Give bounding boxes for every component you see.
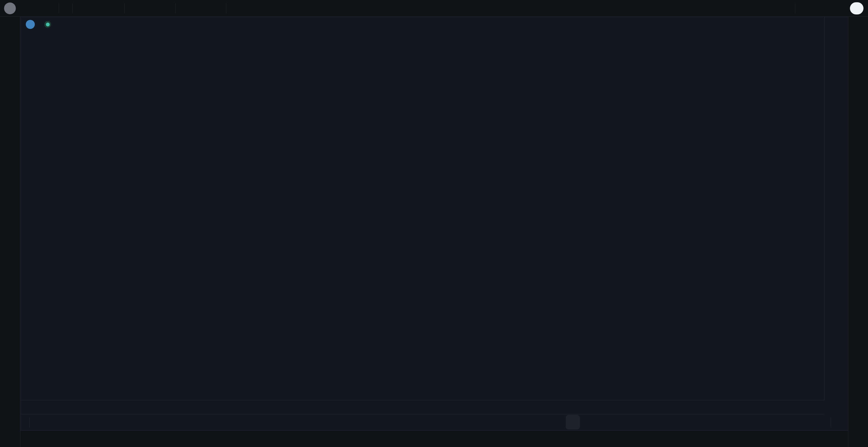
line-style-icon[interactable] [100, 2, 113, 15]
divider [795, 3, 795, 13]
price-axis[interactable] [825, 17, 848, 400]
layout-select[interactable] [777, 2, 793, 15]
user-avatar[interactable] [4, 2, 16, 14]
alert-clock-icon [182, 2, 194, 15]
bar-style-icon[interactable] [88, 2, 100, 15]
symbol-legend[interactable] [26, 20, 51, 29]
indicators-icon [131, 2, 144, 15]
go-to-date-icon[interactable] [32, 416, 44, 429]
undo-icon[interactable] [228, 2, 241, 15]
symbol-logo [26, 20, 35, 29]
divider [72, 3, 73, 13]
time-axis[interactable] [20, 400, 825, 414]
fullscreen-icon[interactable] [823, 2, 835, 15]
top-toolbar [0, 0, 868, 17]
alert-button[interactable] [178, 2, 201, 15]
publish-button[interactable] [850, 2, 864, 14]
snapshot-camera-icon[interactable] [835, 2, 848, 15]
maximize-panel-icon[interactable] [829, 433, 841, 445]
axis-settings-gear-icon[interactable] [832, 403, 841, 412]
candles-style-icon[interactable] [75, 2, 88, 15]
replay-icon [205, 2, 217, 15]
timeframe-chevron-icon[interactable] [61, 2, 70, 15]
layout-icon[interactable] [764, 2, 777, 15]
right-sidebar [848, 17, 868, 447]
replay-button[interactable] [201, 2, 224, 15]
market-status-icon[interactable] [44, 21, 51, 28]
clock-area [815, 414, 839, 430]
templates-grid-icon[interactable] [160, 2, 173, 15]
bottom-status-bar [20, 430, 848, 447]
indicators-button[interactable] [127, 2, 160, 15]
divider [59, 3, 59, 13]
indicators-chevron-icon [148, 2, 156, 15]
chart-area[interactable] [20, 17, 825, 400]
quick-search-icon[interactable] [798, 2, 810, 15]
settings-icon[interactable] [810, 2, 823, 15]
divider [29, 417, 30, 427]
compare-add-icon[interactable] [44, 2, 57, 15]
expand-panel-chevron-icon[interactable] [810, 433, 823, 445]
price-chart-canvas[interactable] [20, 17, 825, 400]
drag-handle-icon[interactable] [569, 416, 577, 428]
symbol-search-button[interactable] [21, 2, 44, 15]
style-chevron-icon[interactable] [113, 2, 122, 15]
divider [124, 3, 125, 13]
divider [226, 3, 226, 13]
divider [175, 3, 176, 13]
search-icon [25, 2, 37, 15]
layout-chevron-icon [780, 2, 789, 15]
floating-drawing-toolbar [566, 415, 580, 429]
drawing-toolbar [0, 17, 20, 447]
date-range-row [20, 414, 825, 430]
tradingview-app: { "toolbar": { "symbol": "NQ1!", "timefr… [0, 0, 868, 447]
redo-icon[interactable] [241, 2, 254, 15]
